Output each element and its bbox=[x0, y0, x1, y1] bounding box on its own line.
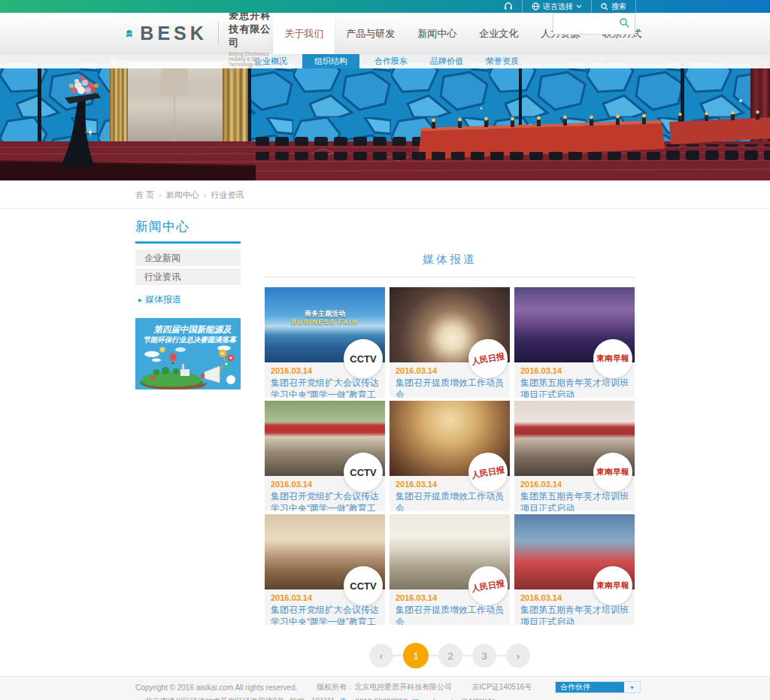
breadcrumb-home[interactable]: 首 页 bbox=[135, 190, 154, 199]
subnav: 企业概况 组织结构 合作股东 品牌价值 荣誉资质 bbox=[0, 54, 770, 68]
language-selector[interactable]: 语言选择 bbox=[523, 0, 591, 13]
news-title: 集团第五期青年英才培训班项目正式启动 bbox=[520, 377, 629, 398]
news-photo: 人民日报 bbox=[390, 401, 510, 476]
sidebar-promo-banner[interactable]: 第四届中国新能源及 节能环保行业总决赛圆满落幕 bbox=[135, 318, 241, 389]
sidebar-item-industry-info[interactable]: 行业资讯 bbox=[135, 268, 241, 285]
headset-icon bbox=[504, 2, 513, 11]
subnav-item-shareholders[interactable]: 合作股东 bbox=[367, 54, 415, 68]
pagination-connector bbox=[393, 655, 403, 656]
news-card[interactable]: 人民日报 2016.03.14 集团召开提质增效工作动员会 bbox=[390, 401, 510, 511]
svg-text:节能环保行业总决赛圆满落幕: 节能环保行业总决赛圆满落幕 bbox=[143, 335, 237, 344]
news-title: 集团召开提质增效工作动员会 bbox=[396, 377, 504, 398]
news-title: 集团第五期青年英才培训班项目正式启动 bbox=[520, 490, 629, 511]
news-card[interactable]: 東南早報 2016.03.14 集团第五期青年英才培训班项目正式启动 bbox=[514, 287, 635, 398]
nav-item-news[interactable]: 新闻中心 bbox=[406, 13, 468, 54]
nav-item-culture[interactable]: 企业文化 bbox=[468, 13, 529, 54]
address-text: 北京市通州区经济技术开发区经海四路9号 bbox=[145, 696, 285, 700]
search-dropdown bbox=[553, 13, 635, 35]
media-badge-cctv: CCTV bbox=[344, 339, 383, 378]
partner-select-value: 合作伙伴 bbox=[556, 682, 624, 692]
media-badge-cctv: CCTV bbox=[344, 566, 383, 605]
pagination-next-button[interactable]: › bbox=[506, 644, 530, 668]
photo-caption: BUSINESS FAIR bbox=[292, 318, 359, 326]
news-photo: 東南早報 bbox=[514, 514, 635, 589]
breadcrumb: 首 页›新闻中心›行业资讯 bbox=[135, 180, 635, 209]
news-title: 集团召开党组扩大会议传达学习中央“两学一做”教育工作 bbox=[271, 604, 379, 625]
besk-logo-icon bbox=[125, 20, 134, 47]
media-badge-southeast-morning-post: 東南早報 bbox=[593, 453, 632, 492]
news-photo: 東南早報 bbox=[514, 401, 635, 476]
news-photo: 東南早報 bbox=[514, 287, 635, 362]
globe-icon bbox=[532, 2, 540, 11]
breadcrumb-current: 行业资讯 bbox=[211, 190, 244, 199]
news-photo: 人民日报 bbox=[390, 287, 510, 362]
page-title: 媒体报道 bbox=[265, 253, 635, 277]
news-card[interactable]: CCTV 2016.03.14 集团召开党组扩大会议传达学习中央“两学一做”教育… bbox=[265, 514, 385, 625]
news-card[interactable]: CCTV 2016.03.14 集团召开党组扩大会议传达学习中央“两学一做”教育… bbox=[265, 401, 385, 511]
pagination-connector bbox=[462, 655, 472, 656]
subnav-item-honors[interactable]: 荣誉资质 bbox=[478, 54, 526, 68]
logo-wordmark: BESK bbox=[140, 23, 207, 44]
phone-icon: ✆ bbox=[339, 697, 346, 700]
phone-number: +8610 59290852 bbox=[351, 698, 408, 700]
copyright-text: Copyright © 2016 aisikai.com All rights … bbox=[135, 683, 297, 692]
pagination-page-1[interactable]: 1 bbox=[403, 643, 429, 668]
partner-links-select[interactable]: 合作伙伴 ▾ bbox=[555, 681, 641, 693]
chevron-down-icon bbox=[576, 5, 582, 8]
media-badge-southeast-morning-post: 東南早報 bbox=[593, 339, 632, 378]
breadcrumb-bar: 首 页›新闻中心›行业资讯 bbox=[0, 180, 770, 209]
webmaster-email-link[interactable]: webmaster@AISIKAI.com bbox=[423, 698, 511, 700]
news-title: 集团召开党组扩大会议传达学习中央“两学一做”教育工作 bbox=[271, 377, 379, 398]
search-input[interactable] bbox=[553, 14, 620, 34]
sidebar-menu: 企业新闻 行业资讯 ▸媒体报道 bbox=[135, 250, 241, 308]
footer-contact-line: ⌂ 北京市通州区经济技术开发区经海四路9号 邮编：101111 ✆ +8610 … bbox=[135, 696, 635, 700]
news-title: 集团召开提质增效工作动员会 bbox=[396, 604, 504, 625]
company-name-en: Beijing Electronics Holding & SK Technol… bbox=[229, 51, 273, 72]
pagination-page-2[interactable]: 2 bbox=[438, 644, 462, 668]
home-icon: ⌂ bbox=[135, 697, 141, 700]
svg-text:第四届中国新能源及: 第四届中国新能源及 bbox=[153, 324, 232, 334]
header: BESK 北京电控爱思开科技有限公司 Beijing Electronics H… bbox=[0, 13, 770, 54]
news-card-grid: 商务主题活动 BUSINESS FAIR CCTV 2016.03.14 集团召… bbox=[265, 287, 635, 625]
news-photo: CCTV bbox=[265, 401, 385, 476]
subnav-item-brand[interactable]: 品牌价值 bbox=[423, 54, 471, 68]
content: 新闻中心 企业新闻 行业资讯 ▸媒体报道 第四届中国新能源及 节能环保行业总决赛… bbox=[135, 209, 635, 668]
page: 语言选择 搜索 bbox=[0, 0, 770, 700]
pagination-page-3[interactable]: 3 bbox=[472, 644, 496, 668]
zip-text: 邮编：101111 bbox=[289, 696, 335, 700]
news-card[interactable]: 東南早報 2016.03.14 集团第五期青年英才培训班项目正式启动 bbox=[514, 514, 635, 625]
search-submit-icon[interactable] bbox=[620, 17, 629, 31]
subnav-item-structure[interactable]: 组织结构 bbox=[302, 54, 359, 68]
search-label: 搜索 bbox=[611, 2, 626, 12]
news-photo: 人民日报 bbox=[390, 514, 510, 589]
breadcrumb-news[interactable]: 新闻中心 bbox=[166, 190, 199, 199]
news-card[interactable]: 東南早報 2016.03.14 集团第五期青年英才培训班项目正式启动 bbox=[514, 401, 635, 511]
nav-item-about[interactable]: 关于我们 bbox=[273, 13, 335, 54]
service-button[interactable] bbox=[495, 0, 522, 13]
breadcrumb-separator: › bbox=[159, 190, 162, 199]
hero-banner: 企业概况 组织结构 合作股东 品牌价值 荣誉资质 bbox=[0, 54, 770, 180]
chevron-down-icon: ▾ bbox=[624, 682, 640, 692]
news-photo: 商务主题活动 BUSINESS FAIR CCTV bbox=[265, 287, 385, 362]
search-button[interactable]: 搜索 bbox=[592, 0, 635, 13]
pagination-connector bbox=[496, 655, 506, 656]
breadcrumb-separator: › bbox=[204, 190, 207, 199]
language-label: 语言选择 bbox=[543, 2, 573, 12]
rights-text: 版权所有：北京电控爱思开科技有限公司 bbox=[317, 682, 452, 692]
news-title: 集团召开党组扩大会议传达学习中央“两学一做”教育工作 bbox=[271, 490, 379, 511]
hero-photo bbox=[0, 54, 770, 180]
search-icon bbox=[601, 3, 608, 11]
topbar: 语言选择 搜索 bbox=[0, 0, 770, 13]
media-badge-southeast-morning-post: 東南早報 bbox=[593, 566, 632, 605]
pagination-prev-button[interactable]: ‹ bbox=[369, 644, 393, 668]
pagination-connector bbox=[429, 655, 438, 656]
mail-icon: ✉ bbox=[412, 697, 419, 700]
news-card[interactable]: 人民日报 2016.03.14 集团召开提质增效工作动员会 bbox=[390, 514, 510, 625]
main-panel: 媒体报道 商务主题活动 BUSINESS FAIR CCTV 2016.03.1… bbox=[265, 218, 635, 668]
news-card[interactable]: 人民日报 2016.03.14 集团召开提质增效工作动员会 bbox=[390, 287, 510, 398]
news-card[interactable]: 商务主题活动 BUSINESS FAIR CCTV 2016.03.14 集团召… bbox=[265, 287, 385, 398]
sidebar-item-company-news[interactable]: 企业新闻 bbox=[135, 250, 241, 266]
sidebar-item-media-reports[interactable]: ▸媒体报道 bbox=[135, 291, 241, 308]
footer: Copyright © 2016 aisikai.com All rights … bbox=[0, 676, 770, 700]
nav-item-products[interactable]: 产品与研发 bbox=[335, 13, 406, 54]
